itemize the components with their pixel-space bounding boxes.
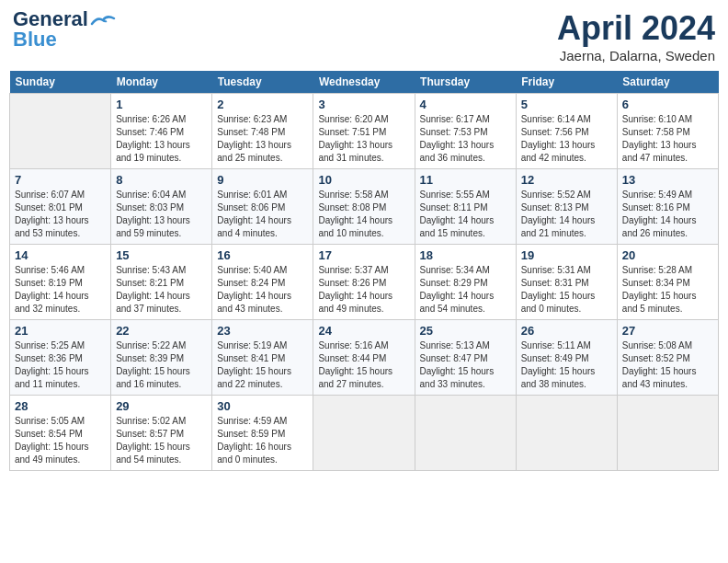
day-info: Sunrise: 6:10 AMSunset: 7:58 PMDaylight:… [622,113,713,165]
calendar-cell: 30Sunrise: 4:59 AMSunset: 8:59 PMDayligh… [212,396,313,471]
day-info: Sunrise: 5:11 AMSunset: 8:49 PMDaylight:… [521,339,612,391]
calendar-cell: 22Sunrise: 5:22 AMSunset: 8:39 PMDayligh… [111,320,212,396]
day-info: Sunrise: 4:59 AMSunset: 8:59 PMDaylight:… [217,415,308,466]
title-area: April 2024 Jaerna, Dalarna, Sweden [557,9,715,63]
calendar-cell: 24Sunrise: 5:16 AMSunset: 8:44 PMDayligh… [313,320,415,396]
calendar-cell: 12Sunrise: 5:52 AMSunset: 8:13 PMDayligh… [516,169,617,245]
day-number: 10 [318,173,409,187]
day-info: Sunrise: 5:28 AMSunset: 8:34 PMDaylight:… [622,264,713,316]
calendar-cell: 26Sunrise: 5:11 AMSunset: 8:49 PMDayligh… [516,320,617,396]
day-info: Sunrise: 6:07 AMSunset: 8:01 PMDaylight:… [15,189,106,240]
calendar-table: SundayMondayTuesdayWednesdayThursdayFrid… [9,71,719,471]
logo-blue: Blue [13,28,57,51]
logo: General Blue [13,9,116,50]
day-number: 24 [318,324,409,338]
day-number: 21 [15,324,106,338]
calendar-cell: 17Sunrise: 5:37 AMSunset: 8:26 PMDayligh… [313,245,415,320]
day-number: 12 [521,173,612,187]
calendar-cell: 15Sunrise: 5:43 AMSunset: 8:21 PMDayligh… [111,245,212,320]
day-number: 11 [420,173,511,187]
calendar-cell: 6Sunrise: 6:10 AMSunset: 7:58 PMDaylight… [617,94,718,169]
calendar-cell: 2Sunrise: 6:23 AMSunset: 7:48 PMDaylight… [212,94,313,169]
day-info: Sunrise: 5:40 AMSunset: 8:24 PMDaylight:… [217,264,308,316]
day-number: 5 [521,98,612,111]
month-title: April 2024 [557,9,715,48]
calendar-cell [313,396,415,471]
day-number: 15 [116,248,207,262]
calendar-week-row: 7Sunrise: 6:07 AMSunset: 8:01 PMDaylight… [10,169,719,245]
calendar-cell: 9Sunrise: 6:01 AMSunset: 8:06 PMDaylight… [212,169,313,245]
day-number: 14 [15,248,106,262]
calendar-cell: 8Sunrise: 6:04 AMSunset: 8:03 PMDaylight… [111,169,212,245]
calendar-week-row: 14Sunrise: 5:46 AMSunset: 8:19 PMDayligh… [10,245,719,320]
day-info: Sunrise: 5:55 AMSunset: 8:11 PMDaylight:… [420,189,511,240]
calendar-cell: 14Sunrise: 5:46 AMSunset: 8:19 PMDayligh… [10,245,111,320]
weekday-header: Saturday [617,71,718,94]
day-info: Sunrise: 5:49 AMSunset: 8:16 PMDaylight:… [622,189,713,240]
day-number: 28 [15,399,106,413]
day-info: Sunrise: 6:20 AMSunset: 7:51 PMDaylight:… [318,113,409,165]
calendar-cell: 29Sunrise: 5:02 AMSunset: 8:57 PMDayligh… [111,396,212,471]
day-number: 20 [622,248,713,262]
day-info: Sunrise: 5:43 AMSunset: 8:21 PMDaylight:… [116,264,207,316]
calendar-cell: 7Sunrise: 6:07 AMSunset: 8:01 PMDaylight… [10,169,111,245]
day-info: Sunrise: 5:22 AMSunset: 8:39 PMDaylight:… [116,339,207,391]
day-info: Sunrise: 6:26 AMSunset: 7:46 PMDaylight:… [116,113,207,165]
calendar-cell: 28Sunrise: 5:05 AMSunset: 8:54 PMDayligh… [10,396,111,471]
day-number: 17 [318,248,409,262]
calendar-cell: 4Sunrise: 6:17 AMSunset: 7:53 PMDaylight… [415,94,516,169]
weekday-header: Monday [111,71,212,94]
calendar-cell [617,396,718,471]
day-number: 1 [116,98,207,111]
page-header: General Blue April 2024 Jaerna, Dalarna,… [9,9,719,63]
day-info: Sunrise: 5:19 AMSunset: 8:41 PMDaylight:… [217,339,308,391]
calendar-cell: 27Sunrise: 5:08 AMSunset: 8:52 PMDayligh… [617,320,718,396]
day-info: Sunrise: 6:01 AMSunset: 8:06 PMDaylight:… [217,189,308,240]
day-info: Sunrise: 5:46 AMSunset: 8:19 PMDaylight:… [15,264,106,316]
calendar-cell: 21Sunrise: 5:25 AMSunset: 8:36 PMDayligh… [10,320,111,396]
day-info: Sunrise: 5:52 AMSunset: 8:13 PMDaylight:… [521,189,612,240]
day-info: Sunrise: 5:37 AMSunset: 8:26 PMDaylight:… [318,264,409,316]
weekday-header: Sunday [10,71,111,94]
day-number: 30 [217,399,308,413]
calendar-cell [415,396,516,471]
calendar-cell: 25Sunrise: 5:13 AMSunset: 8:47 PMDayligh… [415,320,516,396]
day-number: 22 [116,324,207,338]
calendar-week-row: 1Sunrise: 6:26 AMSunset: 7:46 PMDaylight… [10,94,719,169]
calendar-cell: 3Sunrise: 6:20 AMSunset: 7:51 PMDaylight… [313,94,415,169]
day-number: 8 [116,173,207,187]
weekday-header: Thursday [415,71,516,94]
calendar-cell: 20Sunrise: 5:28 AMSunset: 8:34 PMDayligh… [617,245,718,320]
calendar-week-row: 28Sunrise: 5:05 AMSunset: 8:54 PMDayligh… [10,396,719,471]
calendar-cell: 1Sunrise: 6:26 AMSunset: 7:46 PMDaylight… [111,94,212,169]
day-number: 18 [420,248,511,262]
calendar-cell: 11Sunrise: 5:55 AMSunset: 8:11 PMDayligh… [415,169,516,245]
calendar-cell: 23Sunrise: 5:19 AMSunset: 8:41 PMDayligh… [212,320,313,396]
day-number: 9 [217,173,308,187]
weekday-header: Wednesday [313,71,415,94]
day-info: Sunrise: 5:13 AMSunset: 8:47 PMDaylight:… [420,339,511,391]
calendar-cell: 19Sunrise: 5:31 AMSunset: 8:31 PMDayligh… [516,245,617,320]
day-info: Sunrise: 6:04 AMSunset: 8:03 PMDaylight:… [116,189,207,240]
day-info: Sunrise: 5:25 AMSunset: 8:36 PMDaylight:… [15,339,106,391]
day-number: 16 [217,248,308,262]
day-number: 4 [420,98,511,111]
day-info: Sunrise: 6:14 AMSunset: 7:56 PMDaylight:… [521,113,612,165]
day-number: 2 [217,98,308,111]
day-number: 3 [318,98,409,111]
day-number: 23 [217,324,308,338]
calendar-cell [516,396,617,471]
calendar-cell: 13Sunrise: 5:49 AMSunset: 8:16 PMDayligh… [617,169,718,245]
weekday-header: Friday [516,71,617,94]
logo-bird-icon [90,15,116,33]
day-number: 29 [116,399,207,413]
day-info: Sunrise: 5:34 AMSunset: 8:29 PMDaylight:… [420,264,511,316]
day-info: Sunrise: 5:31 AMSunset: 8:31 PMDaylight:… [521,264,612,316]
day-number: 6 [622,98,713,111]
calendar-header-row: SundayMondayTuesdayWednesdayThursdayFrid… [10,71,719,94]
day-info: Sunrise: 6:17 AMSunset: 7:53 PMDaylight:… [420,113,511,165]
calendar-cell: 5Sunrise: 6:14 AMSunset: 7:56 PMDaylight… [516,94,617,169]
location-title: Jaerna, Dalarna, Sweden [557,48,715,63]
calendar-cell: 10Sunrise: 5:58 AMSunset: 8:08 PMDayligh… [313,169,415,245]
day-number: 27 [622,324,713,338]
